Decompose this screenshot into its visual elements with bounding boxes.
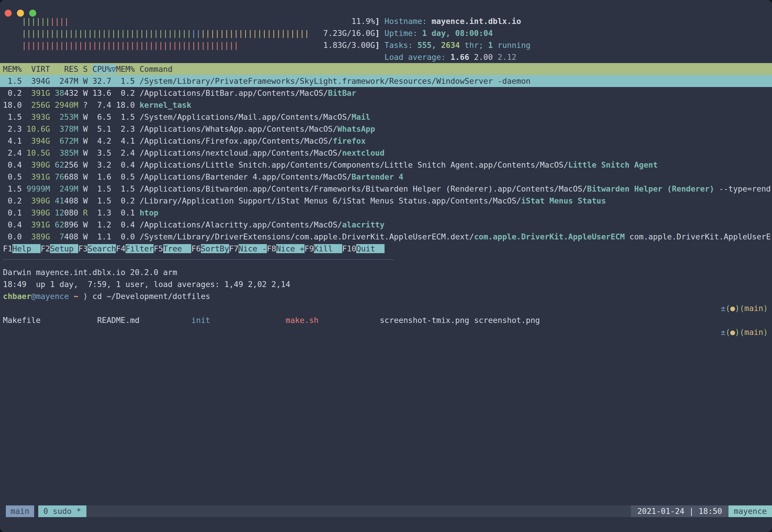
uptime-line: 18:49 up 1 day, 7:59, 1 user, load avera… <box>0 278 772 290</box>
process-row-htop[interactable]: 0.1 390G 12080 R 1.3 0.1 htop <box>0 207 772 219</box>
swp-meter-line: Swp[ |||||||||||||||||||||||||||||||||||… <box>0 39 772 51</box>
git-status-indicator: ±(●)(main) <box>721 326 768 338</box>
fkey-button-f9[interactable]: F9Kill <box>305 244 342 253</box>
process-row-kernel-task[interactable]: 18.0 256G 2940M ? 7.4 18.0 kernel_task <box>0 99 772 111</box>
function-key-bar: F1Help F2Setup F3SearchF4FilterF5Tree F6… <box>0 243 772 255</box>
process-row-windowserver[interactable]: 1.5 394G 247M W 32.7 1.5 /System/Library… <box>0 75 772 87</box>
load-average-info: Load average: 1.66 2.00 2.12 <box>385 51 517 63</box>
process-row-mail[interactable]: 1.5 393G 253M W 6.5 1.5 /System/Applicat… <box>0 111 772 123</box>
swp-meter-value: 1.83G/3.00G <box>323 39 375 51</box>
process-row-bitbar[interactable]: 0.2 391G 38432 W 13.6 0.2 /Applications/… <box>0 87 772 99</box>
meter-close-bracket: ] <box>375 39 380 51</box>
process-row-bitwarden[interactable]: 1.5 9999M 249M W 1.5 1.5 /Applications/B… <box>0 183 772 195</box>
process-row-nextcloud[interactable]: 2.4 10.5G 385M W 3.5 2.4 /Applications/n… <box>0 147 772 159</box>
tmux-hostname-badge: mayence <box>728 505 772 517</box>
meter-close-bracket: ] <box>375 15 380 27</box>
tmux-datetime: 2021-01-24 | 18:50 <box>631 505 728 517</box>
process-row-whatsapp[interactable]: 2.3 10.6G 378M W 5.1 2.3 /Applications/W… <box>0 123 772 135</box>
fkey-button-f7[interactable]: F7Nice - <box>229 244 267 253</box>
process-row-bartender[interactable]: 0.5 391G 76688 W 1.6 0.5 /Applications/B… <box>0 171 772 183</box>
fkey-button-f10[interactable]: F10Quit <box>342 244 385 253</box>
fkey-button-f3[interactable]: F3Search <box>78 244 116 253</box>
fkey-button-f6[interactable]: F6SortBy <box>191 244 229 253</box>
fkey-button-f1[interactable]: F1Help <box>3 244 41 253</box>
tmux-status-bar: main 0 sudo * 2021-01-24 | 18:50 mayence <box>0 505 772 517</box>
process-table-header[interactable]: MEM% VIRT RES S CPU%▽MEM% Command <box>0 63 772 75</box>
fkey-button-f2[interactable]: F2Setup <box>41 244 78 253</box>
tmux-window-badge[interactable]: 0 sudo * <box>38 505 86 517</box>
pane-divider <box>3 259 394 260</box>
mem-meter-value: 7.23G/16.0G <box>323 27 375 39</box>
fkey-button-f8[interactable]: F8Nice + <box>267 244 305 253</box>
statusbar-left-spacer <box>0 505 6 517</box>
swp-meter-bars: ||||||||||||||||||||||||||||||||||||||||… <box>22 39 239 51</box>
process-row-appleuserecm[interactable]: 0.0 389G 7408 W 1.1 0.0 /System/Library/… <box>0 231 772 243</box>
htop-panel: Avg[ |||||||||| 11.9% ] Hostname: mayenc… <box>0 15 772 255</box>
avg-meter-value: 11.9% <box>352 15 375 27</box>
git-status-indicator: ±(●)(main) <box>721 302 768 314</box>
avg-meter-bars: |||||||||| <box>22 15 69 27</box>
terminal-window: Avg[ |||||||||| 11.9% ] Hostname: mayenc… <box>0 0 772 532</box>
shell-output: Darwin mayence.int.dblx.io 20.2.0 arm 18… <box>0 266 772 338</box>
process-row-alacritty[interactable]: 0.4 391G 62896 W 1.2 0.4 /Applications/A… <box>0 219 772 231</box>
tmux-session-badge[interactable]: main <box>6 505 34 517</box>
prompt-current-line[interactable]: ±(●)(main) chbaer@mayence ~/Development/… <box>0 326 772 338</box>
process-row-istat-menus[interactable]: 0.2 390G 41408 W 1.5 0.2 /Library/Applic… <box>0 195 772 207</box>
uptime-info: Uptime: 1 day, 08:00:04 <box>385 27 493 39</box>
hostname-info: Hostname: mayence.int.dblx.io <box>385 15 521 27</box>
uname-line: Darwin mayence.int.dblx.io 20.2.0 arm <box>0 266 772 278</box>
mem-meter-bars: ||||||||||||||||||||||||||||||||||||||||… <box>22 27 309 39</box>
tasks-info: Tasks: 555, 2634 thr; 1 running <box>385 39 531 51</box>
load-average-line: Load average: 1.66 2.00 2.12 <box>0 51 772 63</box>
process-row-firefox[interactable]: 4.1 394G 672M W 4.2 4.1 /Applications/Fi… <box>0 135 772 147</box>
fkey-button-f4[interactable]: F4Filter <box>116 244 154 253</box>
prompt-ls-line: ±(●)(main) chbaer@mayence ~/Development/… <box>0 302 772 314</box>
statusbar-right-group: 2021-01-24 | 18:50 mayence <box>631 505 772 517</box>
mem-meter-line: Mem[ |||||||||||||||||||||||||||||||||||… <box>0 27 772 39</box>
prompt-cd-line: chbaer@mayence ~ ⟩ cd ~/Development/dotf… <box>0 290 772 302</box>
statusbar-gap <box>34 505 38 517</box>
ls-output-line: Makefile README.md init make.sh screensh… <box>0 314 772 326</box>
avg-meter-line: Avg[ |||||||||| 11.9% ] Hostname: mayenc… <box>0 15 772 27</box>
meter-close-bracket: ] <box>375 27 380 39</box>
process-row-little-snitch[interactable]: 0.4 390G 62256 W 3.2 0.4 /Applications/L… <box>0 159 772 171</box>
fkey-button-f5[interactable]: F5Tree <box>154 244 191 253</box>
